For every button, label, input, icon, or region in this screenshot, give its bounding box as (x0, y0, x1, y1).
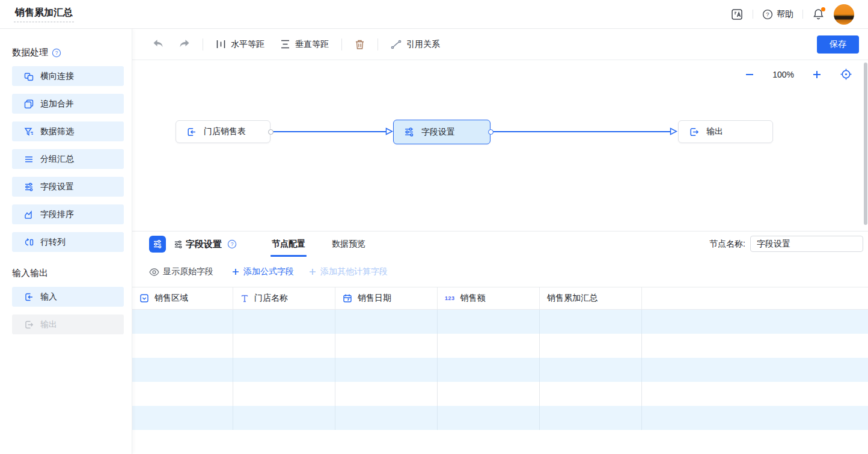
document-title[interactable]: 销售累加汇总 (14, 7, 74, 22)
svg-text:?: ? (55, 50, 58, 56)
divider (377, 38, 378, 51)
fit-view-icon[interactable] (840, 68, 852, 81)
user-avatar[interactable] (834, 4, 854, 25)
docs-icon[interactable] (730, 8, 744, 21)
column-header-store-name[interactable]: 门店名称 (233, 287, 335, 309)
table-cell (335, 358, 438, 382)
table-cell (642, 310, 868, 334)
sidebar-item-row-to-column[interactable]: 行转列 (12, 232, 124, 252)
config-panel: 字段设置 ? 节点配置 数据预览 节点名称: (132, 231, 868, 454)
sidebar-item-label: 输入 (40, 292, 57, 302)
delete-icon[interactable] (355, 39, 365, 50)
reference-relation-button[interactable]: 引用关系 (391, 39, 440, 50)
table-cell (438, 406, 540, 430)
undo-icon[interactable] (153, 39, 164, 49)
table-cell (132, 358, 233, 382)
filter-icon (24, 127, 34, 137)
tab-node-config[interactable]: 节点配置 (272, 232, 305, 257)
table-cell (438, 310, 540, 334)
tab-data-preview[interactable]: 数据预览 (332, 232, 365, 257)
sidebar-item-label: 追加合并 (40, 99, 74, 109)
plus-icon (231, 268, 240, 276)
table-cell (233, 334, 335, 358)
save-button[interactable]: 保存 (817, 35, 859, 54)
flow-toolbar: 水平等距 垂直等距 (132, 29, 868, 60)
text-type-icon (240, 294, 249, 303)
panel-actions: 显示原始字段 添加公式字段 添加其他计算字段 (132, 257, 868, 287)
panel-tabs: 节点配置 数据预览 (272, 232, 365, 257)
node-output[interactable]: 输出 (678, 120, 773, 143)
column-header-label: 销售累加汇总 (547, 293, 598, 304)
field-settings-icon (24, 182, 34, 192)
section-data-processing: 数据处理 ? (12, 47, 132, 58)
svg-text:?: ? (231, 241, 234, 247)
sidebar-item-horizontal-join[interactable]: 横向连接 (12, 66, 124, 86)
table-cell (132, 310, 233, 334)
column-header-sales-amount[interactable]: 123 销售额 (438, 287, 540, 309)
add-formula-field-button[interactable]: 添加公式字段 (231, 266, 294, 277)
sidebar-item-append-merge[interactable]: 追加合并 (12, 94, 124, 114)
column-header-empty (642, 287, 868, 309)
panel-title-group: 字段设置 ? (174, 239, 237, 250)
table-cell (233, 406, 335, 430)
field-settings-icon (174, 240, 183, 249)
horizontal-spacing-button[interactable]: 水平等距 (216, 39, 264, 50)
node-port[interactable] (268, 129, 274, 135)
show-original-fields-toggle[interactable]: 显示原始字段 (149, 266, 213, 277)
table-cell (335, 406, 438, 430)
zoom-out-icon[interactable] (744, 69, 755, 80)
column-header-label: 销售区域 (154, 293, 188, 304)
sidebar-item-field-settings[interactable]: 字段设置 (12, 177, 124, 197)
table-cell (540, 334, 642, 358)
table-cell (132, 382, 233, 406)
table-cell (233, 382, 335, 406)
table-cell (132, 406, 233, 430)
input-icon (186, 127, 197, 137)
column-header-sales-region[interactable]: 销售区域 (132, 287, 233, 309)
panel-title: 字段设置 (186, 239, 222, 250)
table-cell (438, 382, 540, 406)
help-button[interactable]: ? 帮助 (762, 9, 793, 20)
node-port[interactable] (488, 129, 494, 135)
sidebar-item-group-summary[interactable]: 分组汇总 (12, 149, 124, 169)
show-original-fields-label: 显示原始字段 (163, 266, 213, 277)
plus-icon (308, 268, 317, 276)
sidebar-item-label: 输出 (40, 319, 57, 330)
sidebar-item-label: 行转列 (40, 237, 66, 248)
column-header-label: 销售日期 (358, 293, 391, 304)
edge[interactable] (271, 131, 387, 132)
section-title-label: 数据处理 (12, 47, 48, 58)
column-header-sales-date[interactable]: 销售日期 (335, 287, 438, 309)
edge[interactable] (491, 131, 670, 132)
question-circle-icon: ? (762, 9, 773, 20)
help-label: 帮助 (777, 9, 793, 20)
node-name-input[interactable] (750, 236, 863, 252)
zoom-in-icon[interactable] (811, 69, 822, 80)
sidebar-item-input[interactable]: 输入 (12, 287, 124, 307)
node-input-table[interactable]: 门店销售表 (176, 120, 270, 143)
column-header-sales-accumulation[interactable]: 销售累加汇总 (540, 287, 642, 309)
add-other-calc-field-button: 添加其他计算字段 (308, 266, 388, 277)
table-cell (540, 382, 642, 406)
edge-arrow-icon (670, 127, 677, 135)
input-icon (24, 292, 34, 302)
sidebar-item-output: 输出 (12, 314, 124, 334)
node-name-group: 节点名称: (709, 236, 863, 252)
sidebar-item-field-sort[interactable]: 字段排序 (12, 204, 124, 224)
question-circle-icon[interactable]: ? (227, 239, 237, 249)
vertical-spacing-button[interactable]: 垂直等距 (280, 39, 329, 50)
flow-canvas[interactable]: 100% (132, 60, 868, 231)
table-cell (335, 382, 438, 406)
redo-icon[interactable] (179, 39, 190, 49)
table-row (132, 358, 868, 382)
add-formula-field-label: 添加公式字段 (243, 266, 294, 277)
sidebar-item-data-filter[interactable]: 数据筛选 (12, 121, 124, 141)
canvas-scrollbar[interactable] (864, 63, 867, 225)
eye-icon (149, 268, 159, 276)
node-label: 门店销售表 (204, 126, 246, 137)
table-row (132, 406, 868, 430)
select-type-icon (139, 293, 149, 303)
node-field-settings[interactable]: 字段设置 (393, 120, 491, 144)
notification-bell-icon[interactable] (812, 8, 825, 20)
question-circle-icon[interactable]: ? (52, 48, 61, 58)
